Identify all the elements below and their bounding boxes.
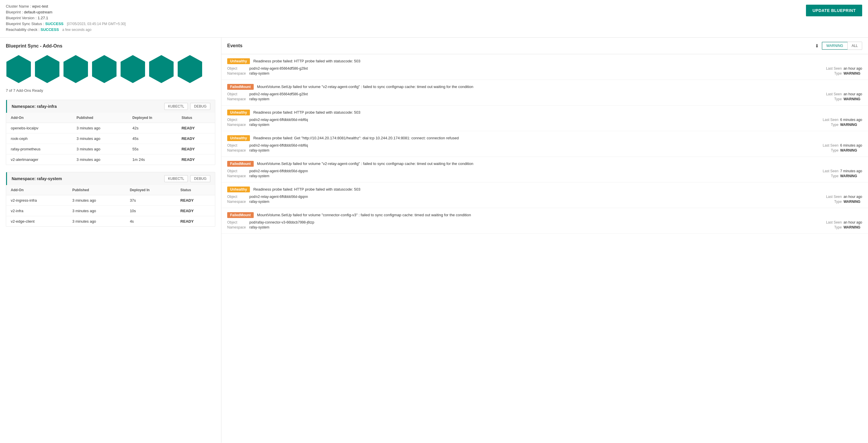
cell-1-1-2: 10s [125, 206, 176, 216]
event-type-label-2: Type [818, 123, 839, 127]
event-meta-right-1: Last Seen an hour ago Type WARNING [822, 92, 862, 101]
event-meta-left-5: Object pod/v2-relay-agent-6ffdbbb56d-dgq… [227, 195, 308, 204]
svg-marker-0 [6, 55, 31, 83]
main-layout: Blueprint Sync - Add-Ons 7 of 7 Add-Ons … [0, 38, 868, 443]
filter-all-tab[interactable]: ALL [847, 42, 862, 50]
event-namespace-value-6: rafay-system [249, 225, 270, 229]
blueprint-version-value: 1.27.1 [38, 16, 48, 20]
event-meta-left-3: Object pod/v2-relay-agent-6ffdbbb56d-mbf… [227, 143, 308, 152]
event-namespace-label-5: Namespace [227, 200, 248, 204]
cell-0-0-2: 42s [128, 123, 177, 134]
ns-actions-0: KUBECTL DEBUG [164, 103, 210, 110]
event-namespace-value-2: rafay-system [249, 123, 270, 127]
event-type-row-3: Type WARNING [818, 148, 862, 152]
event-details-4: Object pod/v2-relay-agent-6ffdbbb56d-dgq… [227, 169, 862, 178]
status-cell-0-3: READY [177, 154, 215, 165]
events-container: Unhealthy Readiness probe failed: HTTP p… [221, 54, 868, 234]
hexagon-2 [63, 55, 89, 84]
event-last-seen-row-0: Last Seen an hour ago [822, 66, 862, 70]
debug-button-1[interactable]: DEBUG [190, 175, 210, 182]
kubectl-button-0[interactable]: KUBECTL [164, 103, 188, 110]
status-cell-0-0: READY [177, 123, 215, 134]
svg-marker-1 [35, 55, 59, 83]
svg-marker-3 [92, 55, 117, 83]
col-header-0-0: Add-On [6, 113, 72, 123]
event-type-label-1: Type [822, 97, 842, 101]
event-message-2: Readiness probe failed: HTTP probe faile… [253, 110, 361, 115]
event-message-1: MountVolume.SetUp failed for volume "v2-… [257, 85, 473, 89]
event-last-seen-value-6: an hour ago [843, 220, 862, 225]
download-icon[interactable]: ⬇ [815, 43, 819, 49]
event-item-3: Unhealthy Readiness probe failed: Get "h… [221, 131, 868, 157]
event-badge-row-2: Unhealthy Readiness probe failed: HTTP p… [227, 110, 862, 115]
event-meta-right-2: Last Seen 6 minutes ago Type WARNING [818, 118, 862, 127]
cell-0-0-1: 3 minutes ago [72, 123, 128, 134]
event-namespace-value-4: rafay-system [249, 174, 270, 178]
status-cell-1-2: READY [176, 216, 215, 227]
event-meta-left-2: Object pod/v2-relay-agent-6ffdbbb56d-mbf… [227, 118, 308, 127]
event-type-row-4: Type WARNING [818, 174, 862, 178]
blueprint-value: default-upstream [24, 10, 53, 14]
sync-status-time: [07/05/2023, 03:45:14 PM GMT+5:30] [67, 22, 126, 26]
cell-0-3-1: 3 minutes ago [72, 154, 128, 165]
svg-marker-4 [121, 55, 145, 83]
event-last-seen-label-6: Last Seen [822, 220, 842, 225]
event-namespace-row-3: Namespace rafay-system [227, 148, 308, 152]
event-meta-right-3: Last Seen 6 minutes ago Type WARNING [818, 143, 862, 152]
event-namespace-label-1: Namespace [227, 97, 248, 101]
event-last-seen-value-2: 6 minutes ago [840, 118, 862, 122]
col-header-0-2: Deployed In [128, 113, 177, 123]
namespace-section-1: Namespace: rafay-system KUBECTL DEBUG Ad… [6, 172, 215, 227]
event-namespace-label-2: Namespace [227, 123, 248, 127]
cell-1-0-2: 37s [125, 195, 176, 206]
hexagon-4 [120, 55, 146, 84]
event-item-5: Unhealthy Readiness probe failed: HTTP p… [221, 182, 868, 208]
event-badge-row-0: Unhealthy Readiness probe failed: HTTP p… [227, 58, 862, 64]
event-object-label-5: Object [227, 195, 248, 199]
event-type-value-2: WARNING [840, 123, 857, 127]
event-last-seen-row-6: Last Seen an hour ago [822, 220, 862, 225]
event-details-6: Object pod/rafay-connector-v3-66bbcb7998… [227, 220, 862, 229]
filter-warning-tab[interactable]: WARNING [822, 42, 847, 50]
svg-marker-6 [178, 55, 202, 83]
event-message-5: Readiness probe failed: HTTP probe faile… [253, 187, 361, 191]
addon-table-0: Add-OnPublishedDeployed InStatusopenebs-… [6, 113, 215, 165]
events-header: Events ⬇ WARNING ALL [221, 38, 868, 54]
event-type-value-4: WARNING [840, 174, 857, 178]
event-namespace-row-5: Namespace rafay-system [227, 200, 308, 204]
event-badge-row-3: Unhealthy Readiness probe failed: Get "h… [227, 135, 862, 141]
col-header-1-2: Deployed In [125, 185, 176, 195]
event-meta-right-0: Last Seen an hour ago Type WARNING [822, 66, 862, 76]
event-object-row-4: Object pod/v2-relay-agent-6ffdbbb56d-dgq… [227, 169, 308, 173]
table-row: v2-ingress-infra3 minutes ago37sREADY [6, 195, 215, 206]
event-details-5: Object pod/v2-relay-agent-6ffdbbb56d-dgq… [227, 195, 862, 204]
table-row: rafay-prometheus3 minutes ago55sREADY [6, 144, 215, 154]
event-object-row-0: Object pod/v2-relay-agent-85664df586-g29… [227, 66, 308, 70]
table-row: openebs-localpv3 minutes ago42sREADY [6, 123, 215, 134]
addon-table-1: Add-OnPublishedDeployed InStatusv2-ingre… [6, 185, 215, 227]
debug-button-0[interactable]: DEBUG [190, 103, 210, 110]
left-panel: Blueprint Sync - Add-Ons 7 of 7 Add-Ons … [0, 38, 221, 443]
update-blueprint-button[interactable]: UPDATE BLUEPRINT [806, 5, 862, 16]
event-item-2: Unhealthy Readiness probe failed: HTTP p… [221, 106, 868, 131]
event-item-6: FailedMount MountVolume.SetUp failed for… [221, 208, 868, 234]
event-type-row-2: Type WARNING [818, 123, 862, 127]
event-meta-right-4: Last Seen 7 minutes ago Type WARNING [818, 169, 862, 178]
col-header-0-1: Published [72, 113, 128, 123]
event-item-4: FailedMount MountVolume.SetUp failed for… [221, 157, 868, 182]
svg-marker-2 [63, 55, 88, 83]
event-type-label-6: Type [822, 225, 842, 229]
blueprint-version-row: Blueprint Version : 1.27.1 [6, 16, 862, 20]
event-badge-row-4: FailedMount MountVolume.SetUp failed for… [227, 161, 862, 167]
header: Cluster Name : wpvc-test Blueprint : def… [0, 0, 868, 38]
kubectl-button-1[interactable]: KUBECTL [164, 175, 188, 182]
event-badge-1: FailedMount [227, 84, 254, 90]
event-last-seen-label-3: Last Seen [818, 143, 839, 147]
cell-0-0-0: openebs-localpv [6, 123, 72, 134]
reachability-label: Reachability check : [6, 27, 40, 32]
cell-1-1-0: v2-infra [6, 206, 68, 216]
cluster-name-row: Cluster Name : wpvc-test [6, 4, 862, 8]
namespace-section-0: Namespace: rafay-infra KUBECTL DEBUG Add… [6, 100, 215, 165]
event-object-label-3: Object [227, 143, 248, 147]
sync-status-label: Blueprint Sync Status : [6, 22, 44, 26]
